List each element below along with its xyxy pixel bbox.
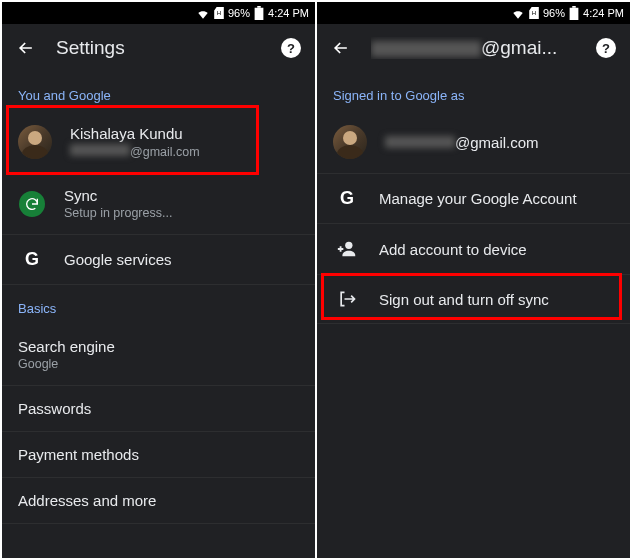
app-bar: Settings ? xyxy=(2,24,315,72)
google-services-row[interactable]: G Google services xyxy=(2,235,315,285)
sim-icon: H xyxy=(529,7,539,19)
section-basics: Basics xyxy=(2,285,315,324)
account-email: @gmail.com xyxy=(70,144,299,159)
battery-percent: 96% xyxy=(228,7,250,19)
sync-label: Sync xyxy=(64,187,299,204)
google-icon: G xyxy=(333,188,361,209)
svg-point-6 xyxy=(345,242,352,249)
svg-text:H: H xyxy=(532,10,536,16)
sync-row[interactable]: Sync Setup in progress... xyxy=(2,173,315,235)
svg-text:H: H xyxy=(217,10,221,16)
search-engine-row[interactable]: Search engine Google xyxy=(2,324,315,386)
help-icon[interactable]: ? xyxy=(281,38,301,58)
search-engine-label: Search engine xyxy=(18,338,299,355)
sync-sub: Setup in progress... xyxy=(64,206,299,220)
sign-out-label: Sign out and turn off sync xyxy=(379,291,614,308)
status-bar: H 96% 4:24 PM xyxy=(317,2,630,24)
status-bar: H 96% 4:24 PM xyxy=(2,2,315,24)
page-title: @gmai... xyxy=(371,37,576,59)
sign-out-row[interactable]: Sign out and turn off sync xyxy=(317,275,630,324)
clock: 4:24 PM xyxy=(268,7,309,19)
svg-rect-4 xyxy=(570,8,579,20)
wifi-icon xyxy=(511,7,525,19)
section-you-and-google: You and Google xyxy=(2,72,315,111)
svg-rect-5 xyxy=(572,6,576,8)
battery-icon xyxy=(254,6,264,20)
page-title: Settings xyxy=(56,37,261,59)
passwords-label: Passwords xyxy=(18,400,299,417)
sync-icon xyxy=(19,191,45,217)
sim-icon: H xyxy=(214,7,224,19)
account-row[interactable]: @gmail.com xyxy=(317,111,630,174)
back-icon[interactable] xyxy=(16,38,36,58)
battery-icon xyxy=(569,6,579,20)
payment-row[interactable]: Payment methods xyxy=(2,432,315,478)
google-icon: G xyxy=(18,249,46,270)
section-signed-in: Signed in to Google as xyxy=(317,72,630,111)
search-engine-value: Google xyxy=(18,357,299,371)
app-bar: @gmai... ? xyxy=(317,24,630,72)
clock: 4:24 PM xyxy=(583,7,624,19)
avatar xyxy=(18,125,52,159)
manage-label: Manage your Google Account xyxy=(379,190,614,207)
account-email: @gmail.com xyxy=(385,134,614,151)
addresses-row[interactable]: Addresses and more xyxy=(2,478,315,524)
sign-out-icon xyxy=(333,289,361,309)
avatar xyxy=(333,125,367,159)
account-row[interactable]: Kishalaya Kundu @gmail.com xyxy=(2,111,315,173)
svg-rect-1 xyxy=(255,8,264,20)
manage-account-row[interactable]: G Manage your Google Account xyxy=(317,174,630,224)
add-account-label: Add account to device xyxy=(379,241,614,258)
help-icon[interactable]: ? xyxy=(596,38,616,58)
battery-percent: 96% xyxy=(543,7,565,19)
account-name: Kishalaya Kundu xyxy=(70,125,299,142)
person-add-icon xyxy=(333,238,361,260)
addresses-label: Addresses and more xyxy=(18,492,299,509)
settings-main-screen: H 96% 4:24 PM Settings ? You and Google … xyxy=(2,2,315,558)
back-icon[interactable] xyxy=(331,38,351,58)
account-detail-screen: H 96% 4:24 PM @gmai... ? Signed in to Go… xyxy=(317,2,630,558)
google-services-label: Google services xyxy=(64,251,299,268)
svg-rect-2 xyxy=(257,6,261,8)
add-account-row[interactable]: Add account to device xyxy=(317,224,630,275)
wifi-icon xyxy=(196,7,210,19)
passwords-row[interactable]: Passwords xyxy=(2,386,315,432)
payment-label: Payment methods xyxy=(18,446,299,463)
